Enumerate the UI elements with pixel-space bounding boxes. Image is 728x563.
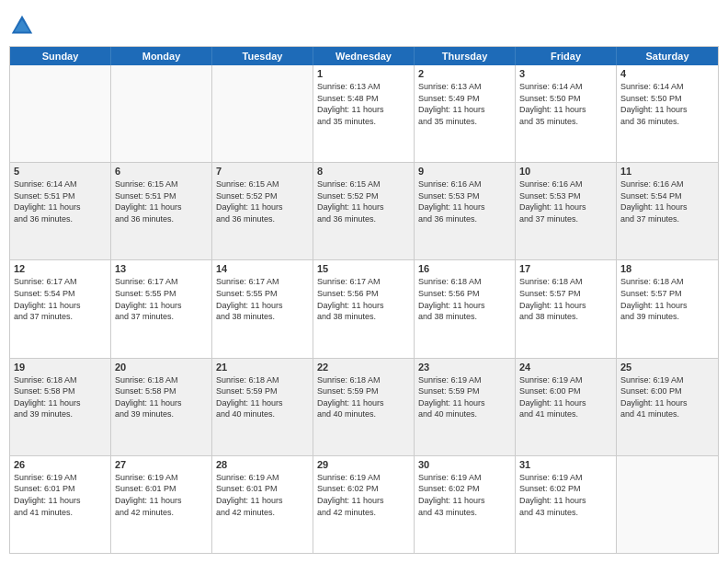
day-number: 15 [317,263,410,274]
day-info: Sunrise: 6:19 AM Sunset: 6:01 PM Dayligh… [115,472,208,518]
calendar-cell: 27Sunrise: 6:19 AM Sunset: 6:01 PM Dayli… [111,456,212,553]
calendar-row-3: 12Sunrise: 6:17 AM Sunset: 5:54 PM Dayli… [10,259,718,357]
day-number: 26 [14,459,107,470]
day-info: Sunrise: 6:18 AM Sunset: 5:59 PM Dayligh… [317,374,410,420]
calendar-body: 1Sunrise: 6:13 AM Sunset: 5:48 PM Daylig… [10,65,718,553]
day-number: 2 [418,68,511,79]
day-info: Sunrise: 6:15 AM Sunset: 5:51 PM Dayligh… [115,178,208,224]
day-info: Sunrise: 6:15 AM Sunset: 5:52 PM Dayligh… [317,178,410,224]
day-info: Sunrise: 6:13 AM Sunset: 5:49 PM Dayligh… [418,81,511,127]
calendar-cell: 17Sunrise: 6:18 AM Sunset: 5:57 PM Dayli… [516,260,617,357]
day-number: 5 [14,166,107,177]
calendar-cell: 20Sunrise: 6:18 AM Sunset: 5:58 PM Dayli… [111,359,212,455]
weekday-header-sunday: Sunday [10,47,111,65]
calendar-cell [111,65,212,162]
calendar-cell [212,65,313,162]
day-info: Sunrise: 6:13 AM Sunset: 5:48 PM Dayligh… [317,81,410,127]
day-info: Sunrise: 6:18 AM Sunset: 5:57 PM Dayligh… [620,276,714,322]
calendar-cell: 2Sunrise: 6:13 AM Sunset: 5:49 PM Daylig… [415,65,516,162]
day-number: 22 [317,362,410,373]
day-number: 17 [519,263,612,274]
day-info: Sunrise: 6:18 AM Sunset: 5:58 PM Dayligh… [14,374,107,420]
day-number: 18 [620,263,714,274]
day-info: Sunrise: 6:18 AM Sunset: 5:58 PM Dayligh… [115,374,208,420]
calendar-cell: 16Sunrise: 6:18 AM Sunset: 5:56 PM Dayli… [415,260,516,357]
day-number: 16 [418,263,511,274]
calendar-row-5: 26Sunrise: 6:19 AM Sunset: 6:01 PM Dayli… [10,455,718,553]
day-info: Sunrise: 6:16 AM Sunset: 5:53 PM Dayligh… [519,178,612,224]
calendar-cell: 8Sunrise: 6:15 AM Sunset: 5:52 PM Daylig… [313,163,415,259]
day-number: 29 [317,459,410,470]
day-number: 4 [620,68,714,79]
day-info: Sunrise: 6:16 AM Sunset: 5:53 PM Dayligh… [418,178,511,224]
weekday-header-monday: Monday [111,47,212,65]
calendar-cell: 5Sunrise: 6:14 AM Sunset: 5:51 PM Daylig… [10,163,111,259]
day-number: 21 [216,362,309,373]
calendar-cell: 28Sunrise: 6:19 AM Sunset: 6:01 PM Dayli… [212,456,313,553]
calendar-row-2: 5Sunrise: 6:14 AM Sunset: 5:51 PM Daylig… [10,162,718,259]
day-info: Sunrise: 6:17 AM Sunset: 5:56 PM Dayligh… [317,276,410,322]
calendar-cell: 18Sunrise: 6:18 AM Sunset: 5:57 PM Dayli… [617,260,718,357]
calendar-cell: 24Sunrise: 6:19 AM Sunset: 6:00 PM Dayli… [516,359,617,455]
weekday-header-tuesday: Tuesday [212,47,313,65]
calendar-cell [10,65,111,162]
day-number: 31 [519,459,612,470]
calendar-row-1: 1Sunrise: 6:13 AM Sunset: 5:48 PM Daylig… [10,65,718,162]
calendar-cell: 29Sunrise: 6:19 AM Sunset: 6:02 PM Dayli… [313,456,415,553]
day-number: 11 [620,166,714,177]
calendar-cell: 1Sunrise: 6:13 AM Sunset: 5:48 PM Daylig… [313,65,415,162]
day-info: Sunrise: 6:19 AM Sunset: 6:02 PM Dayligh… [519,472,612,518]
day-number: 3 [519,68,612,79]
day-number: 8 [317,166,410,177]
calendar-cell: 6Sunrise: 6:15 AM Sunset: 5:51 PM Daylig… [111,163,212,259]
calendar-cell: 7Sunrise: 6:15 AM Sunset: 5:52 PM Daylig… [212,163,313,259]
calendar-cell: 11Sunrise: 6:16 AM Sunset: 5:54 PM Dayli… [617,163,718,259]
day-number: 30 [418,459,511,470]
page: SundayMondayTuesdayWednesdayThursdayFrid… [0,0,728,563]
day-info: Sunrise: 6:14 AM Sunset: 5:50 PM Dayligh… [519,81,612,127]
day-number: 13 [115,263,208,274]
day-info: Sunrise: 6:19 AM Sunset: 6:00 PM Dayligh… [519,374,612,420]
calendar-cell: 9Sunrise: 6:16 AM Sunset: 5:53 PM Daylig… [415,163,516,259]
day-number: 24 [519,362,612,373]
day-info: Sunrise: 6:18 AM Sunset: 5:57 PM Dayligh… [519,276,612,322]
weekday-header-thursday: Thursday [415,47,516,65]
day-info: Sunrise: 6:19 AM Sunset: 5:59 PM Dayligh… [418,374,511,420]
calendar-cell: 3Sunrise: 6:14 AM Sunset: 5:50 PM Daylig… [516,65,617,162]
calendar-cell: 31Sunrise: 6:19 AM Sunset: 6:02 PM Dayli… [516,456,617,553]
day-number: 10 [519,166,612,177]
logo-icon [9,13,35,39]
day-info: Sunrise: 6:19 AM Sunset: 6:01 PM Dayligh… [216,472,309,518]
weekday-header-saturday: Saturday [617,47,718,65]
day-number: 19 [14,362,107,373]
calendar-cell [617,456,718,553]
day-number: 9 [418,166,511,177]
day-number: 6 [115,166,208,177]
day-info: Sunrise: 6:14 AM Sunset: 5:51 PM Dayligh… [14,178,107,224]
calendar-cell: 21Sunrise: 6:18 AM Sunset: 5:59 PM Dayli… [212,359,313,455]
day-number: 25 [620,362,714,373]
calendar-cell: 10Sunrise: 6:16 AM Sunset: 5:53 PM Dayli… [516,163,617,259]
calendar-cell: 4Sunrise: 6:14 AM Sunset: 5:50 PM Daylig… [617,65,718,162]
calendar-cell: 12Sunrise: 6:17 AM Sunset: 5:54 PM Dayli… [10,260,111,357]
day-info: Sunrise: 6:19 AM Sunset: 6:02 PM Dayligh… [317,472,410,518]
day-info: Sunrise: 6:18 AM Sunset: 5:56 PM Dayligh… [418,276,511,322]
calendar-cell: 23Sunrise: 6:19 AM Sunset: 5:59 PM Dayli… [415,359,516,455]
day-info: Sunrise: 6:19 AM Sunset: 6:02 PM Dayligh… [418,472,511,518]
day-info: Sunrise: 6:17 AM Sunset: 5:55 PM Dayligh… [115,276,208,322]
day-info: Sunrise: 6:19 AM Sunset: 6:01 PM Dayligh… [14,472,107,518]
day-info: Sunrise: 6:16 AM Sunset: 5:54 PM Dayligh… [620,178,714,224]
day-info: Sunrise: 6:17 AM Sunset: 5:55 PM Dayligh… [216,276,309,322]
day-number: 23 [418,362,511,373]
day-info: Sunrise: 6:18 AM Sunset: 5:59 PM Dayligh… [216,374,309,420]
day-number: 14 [216,263,309,274]
day-number: 27 [115,459,208,470]
logo [9,13,39,39]
day-info: Sunrise: 6:17 AM Sunset: 5:54 PM Dayligh… [14,276,107,322]
calendar-cell: 15Sunrise: 6:17 AM Sunset: 5:56 PM Dayli… [313,260,415,357]
calendar-cell: 26Sunrise: 6:19 AM Sunset: 6:01 PM Dayli… [10,456,111,553]
day-info: Sunrise: 6:14 AM Sunset: 5:50 PM Dayligh… [620,81,714,127]
day-info: Sunrise: 6:19 AM Sunset: 6:00 PM Dayligh… [620,374,714,420]
calendar-cell: 19Sunrise: 6:18 AM Sunset: 5:58 PM Dayli… [10,359,111,455]
calendar-row-4: 19Sunrise: 6:18 AM Sunset: 5:58 PM Dayli… [10,358,718,455]
